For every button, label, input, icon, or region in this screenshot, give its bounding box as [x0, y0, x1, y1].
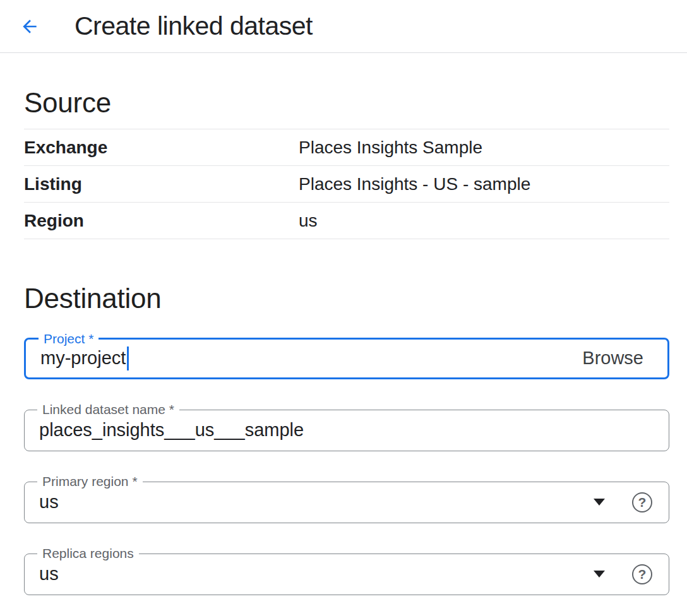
- source-table: Exchange Places Insights Sample Listing …: [24, 129, 669, 239]
- replica-regions-field-label: Replica regions: [37, 544, 139, 563]
- replica-regions-select[interactable]: Replica regions us ?: [24, 554, 669, 595]
- dataset-name-field-label: Linked dataset name *: [37, 400, 179, 419]
- caret-down-icon[interactable]: [594, 499, 605, 506]
- table-row-exchange: Exchange Places Insights Sample: [24, 129, 669, 166]
- region-value: us: [299, 211, 318, 231]
- dataset-name-field-value: places_insights___us___sample: [39, 420, 304, 441]
- source-heading: Source: [24, 88, 669, 118]
- linked-dataset-name-input[interactable]: Linked dataset name * places_insights___…: [24, 410, 669, 451]
- replica-regions-field-group: Replica regions us ?: [24, 554, 669, 595]
- replica-regions-field-value: us: [39, 564, 59, 584]
- listing-label: Listing: [24, 174, 299, 194]
- dataset-name-field-group: Linked dataset name * places_insights___…: [24, 410, 669, 451]
- exchange-label: Exchange: [24, 138, 299, 158]
- help-icon-primary-region[interactable]: ?: [632, 492, 652, 512]
- browse-button[interactable]: Browse: [582, 348, 643, 369]
- caret-down-icon[interactable]: [594, 571, 605, 578]
- back-button[interactable]: [15, 12, 44, 41]
- page-title: Create linked dataset: [75, 11, 313, 41]
- exchange-value: Places Insights Sample: [299, 138, 482, 158]
- table-row-listing: Listing Places Insights - US - sample: [24, 166, 669, 203]
- table-row-region: Region us: [24, 203, 669, 239]
- header: Create linked dataset: [0, 0, 687, 53]
- primary-region-select[interactable]: Primary region * us ?: [24, 482, 669, 523]
- main-content: Source Exchange Places Insights Sample L…: [0, 88, 687, 595]
- arrow-left-icon: [20, 16, 40, 37]
- destination-heading: Destination: [24, 283, 669, 314]
- project-field-label: Project *: [39, 329, 99, 348]
- project-field-value: my-project: [40, 348, 126, 369]
- primary-region-field-label: Primary region *: [37, 472, 143, 491]
- project-field-group: Project * my-project Browse: [24, 338, 669, 379]
- region-label: Region: [24, 211, 299, 231]
- listing-value: Places Insights - US - sample: [299, 174, 530, 194]
- primary-region-field-value: us: [39, 492, 59, 512]
- primary-region-field-group: Primary region * us ?: [24, 482, 669, 523]
- help-icon-replica-regions[interactable]: ?: [632, 564, 652, 584]
- text-cursor: [127, 346, 129, 370]
- project-input[interactable]: Project * my-project Browse: [24, 338, 669, 379]
